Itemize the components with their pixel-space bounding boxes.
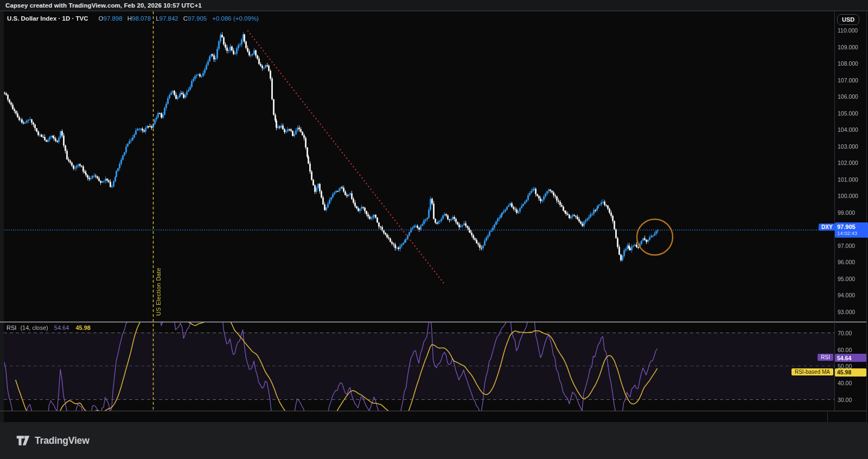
bar-countdown: 14:02:43 bbox=[837, 230, 868, 237]
price-tick: 97.000 bbox=[838, 243, 855, 249]
symbol-legend[interactable]: U.S. Dollar Index · 1D · TVCO97.898H98.0… bbox=[7, 15, 259, 22]
price-tick: 94.000 bbox=[838, 292, 855, 298]
price-tick: 109.000 bbox=[838, 44, 858, 50]
tradingview-wordmark[interactable]: TradingView bbox=[35, 435, 90, 447]
ohlc-close-value: 97.905 bbox=[188, 15, 207, 22]
rsi-indicator-legend[interactable]: RSI (14, close) 54.64 45.98 bbox=[7, 324, 91, 331]
ohlc-open-value: 97.898 bbox=[103, 15, 122, 22]
symbol-title[interactable]: U.S. Dollar Index · 1D · TVC bbox=[7, 15, 88, 22]
tradingview-chart-window: Capsey created with TradingView.com, Feb… bbox=[0, 0, 868, 459]
price-tick: 102.000 bbox=[838, 160, 858, 166]
price-tick: 99.000 bbox=[838, 209, 855, 216]
price-tick: 106.000 bbox=[838, 93, 858, 100]
rsi-title[interactable]: RSI bbox=[7, 324, 16, 331]
time-axis[interactable]: JulAugSepOctDec2025FebMarAprMayJunJulAug… bbox=[0, 411, 828, 422]
election-date-annotation-label[interactable]: US Election Date bbox=[155, 259, 162, 316]
ohlc-high-label: H bbox=[127, 15, 132, 22]
symbol-price-chip: DXY bbox=[819, 224, 835, 231]
rsi-tick: 70.00 bbox=[838, 330, 852, 336]
price-tick: 110.000 bbox=[838, 27, 858, 34]
chart-canvas[interactable] bbox=[0, 0, 868, 459]
screenshot-header: Capsey created with TradingView.com, Feb… bbox=[0, 0, 868, 11]
rsi-line-chip: RSI bbox=[818, 354, 833, 361]
rsi-line-value-label: 54.64 bbox=[835, 354, 866, 362]
rsi-ma-value-label: 45.98 bbox=[835, 368, 866, 377]
price-tick: 93.000 bbox=[838, 309, 855, 315]
price-tick: 104.000 bbox=[838, 126, 858, 133]
rsi-params: (14, close) bbox=[20, 324, 48, 331]
rsi-ma-chip: RSI-based MA bbox=[792, 368, 833, 375]
price-tick: 101.000 bbox=[838, 176, 858, 183]
header-text: Capsey created with TradingView.com, Feb… bbox=[5, 2, 202, 9]
rsi-tick: 40.00 bbox=[838, 380, 852, 386]
change-value: +0.086 (+0.09%) bbox=[212, 15, 259, 22]
rsi-value: 54.64 bbox=[54, 324, 69, 331]
price-tick: 95.000 bbox=[838, 276, 855, 282]
price-tick: 100.000 bbox=[838, 193, 858, 199]
price-tick: 108.000 bbox=[838, 60, 858, 67]
footer-bar: TradingView bbox=[0, 422, 868, 459]
rsi-tick: 30.00 bbox=[838, 397, 852, 403]
price-tick: 105.000 bbox=[838, 110, 858, 117]
rsi-tick: 60.00 bbox=[838, 347, 852, 353]
price-tick: 107.000 bbox=[838, 77, 858, 84]
tradingview-logo-icon[interactable] bbox=[16, 435, 30, 447]
ohlc-close-label: C bbox=[183, 15, 188, 22]
last-price-value: 97.905 bbox=[837, 224, 868, 230]
ohlc-high-value: 98.078 bbox=[132, 15, 151, 22]
ohlc-low-value: 97.842 bbox=[159, 15, 178, 22]
price-tick: 96.000 bbox=[838, 259, 855, 265]
currency-button[interactable]: USD bbox=[837, 14, 859, 25]
price-tick: 103.000 bbox=[838, 143, 858, 150]
rsi-ma-value: 45.98 bbox=[75, 324, 91, 331]
last-price-label: 97.905 14:02:43 bbox=[835, 222, 868, 238]
